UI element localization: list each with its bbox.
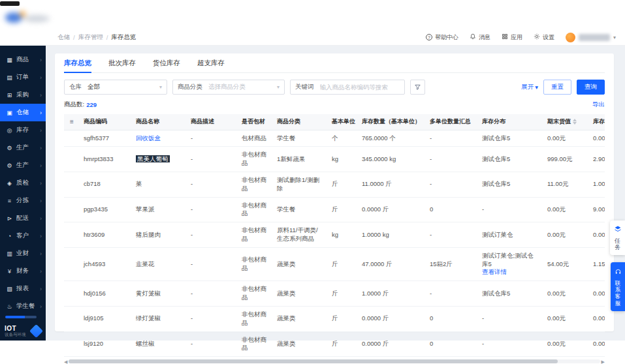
iot-branding[interactable]: IOT 设备与环境 [0,321,46,341]
sidebar-item-warehouse[interactable]: ▣仓储› [0,104,46,121]
column-header: 多单位数量汇总 [426,114,478,130]
chevron-right-icon: › [40,198,42,204]
user-name-redacted [579,34,610,41]
app-logo-redacted [3,9,55,27]
sidebar-item-inventory[interactable]: ◎库存› [0,121,46,139]
task-floating-button[interactable]: 任务 [610,220,625,255]
warehouse-icon: ▣ [6,110,13,116]
cell-ending-value: 0.00元 [543,281,589,307]
view-details-link[interactable]: 查看详情 [482,268,507,275]
production-icon: ⚙ [6,145,13,151]
row-handle [64,331,80,357]
keyword-field[interactable]: 关键词 [290,80,405,95]
scroll-left-icon[interactable]: ◀ [64,359,67,364]
sidebar-item-production[interactable]: ⚙生产› [0,139,46,157]
expand-filters-link[interactable]: 展开 ▾ [521,83,538,91]
contact-support-floating-button[interactable]: 联系客服 [611,262,625,311]
sidebar-item-finance[interactable]: ¥财务› [0,262,46,280]
cell-distribution: 测试仓库5 [478,130,543,147]
cell-multi-unit-total: 0 [426,331,478,357]
sidebar-item-delivery[interactable]: ⊳配送› [0,209,46,227]
scrollbar-thumb[interactable] [69,359,557,363]
inventory-table-wrap: ≡商品编码商品名称商品描述是否包材商品分类基本单位库存数量（基本单位）多单位数量… [64,114,605,357]
cell-product-code: jch4593 [80,247,132,281]
sidebar-item-production-2[interactable]: ⚙生产› [0,157,46,174]
messages-button[interactable]: 消息 [470,33,490,42]
reports-icon: ▧ [6,286,13,292]
apps-grid-icon [502,33,508,41]
cell-product-name: 韭菜花 [132,247,187,281]
product-count-label: 商品数: [64,100,84,109]
summary-bar: 商品数: 229 导出 [64,100,605,109]
cell-category: 蔬菜类 [273,247,328,281]
cell-is-packaging: 非包材商品 [238,172,273,197]
cell-avg-price: 1.15元 [589,247,605,281]
production-2-icon: ⚙ [6,162,13,169]
chevron-right-icon: › [40,303,42,310]
cell-avg-price: 9.00元 [589,197,605,222]
tab-1[interactable]: 库存总览 [64,53,91,72]
tab-2[interactable]: 批次库存 [108,53,136,72]
sidebar-item-reports[interactable]: ▧报表› [0,280,46,297]
sidebar-item-label: 商品 [16,55,29,64]
tab-3[interactable]: 货位库存 [153,53,180,72]
help-center-label: 帮助中心 [435,33,458,42]
sidebar-scroll-indicator[interactable] [5,316,37,318]
breadcrumb-item[interactable]: 仓储 [57,33,70,42]
chevron-down-icon: ▾ [273,84,280,90]
sidebar-item-customer[interactable]: ◔客户› [0,227,46,245]
scroll-right-icon[interactable]: ▶ [601,359,605,364]
cell-base-unit: kg [328,222,358,248]
apps-button[interactable]: 应用 [502,33,522,42]
search-button[interactable]: 查询 [577,80,605,95]
sidebar-item-goods[interactable]: ▦商品› [0,51,46,68]
keyword-input[interactable] [320,83,400,91]
user-menu[interactable]: ▾ [566,33,616,42]
row-handle [64,306,80,331]
column-header[interactable]: 期末货值 [543,114,589,130]
chevron-right-icon: › [40,57,42,63]
cell-stock-qty: 11.0000 斤 [358,172,426,197]
sidebar-item-label: 生产 [16,161,29,170]
cell-description: - [187,281,238,307]
sidebar-item-orders[interactable]: ▤订单› [0,68,46,86]
bell-icon [470,33,476,41]
cell-distribution: 测试订菜仓;测试仓库5查看详情 [478,247,543,281]
breadcrumb-item[interactable]: 库存管理 [78,33,103,42]
logo-blob [24,15,50,22]
sidebar-item-biz-finance[interactable]: ▥业财› [0,245,46,262]
cell-multi-unit-total: - [426,222,478,248]
sidebar-menu: ▦商品›▤订单›⊞采购›▣仓储›◎库存›⚙生产›⚙生产›◈质检›≡分拣›⊳配送›… [0,46,46,315]
chevron-right-icon: › [40,162,42,169]
contact-label: 联系客服 [615,280,621,307]
cell-distribution: 测试仓库5 [478,172,543,197]
cell-base-unit: 斤 [328,247,358,281]
sidebar-item-student-meal[interactable]: ♨学生餐› [0,297,46,315]
settings-button[interactable]: 设置 [534,33,554,42]
table-row: cb718菜-非包材商品测试删除1/测删除斤11.0000 斤-测试仓库511.… [64,172,605,197]
filter-funnel-button[interactable] [410,80,425,95]
sidebar-item-quality[interactable]: ◈质检› [0,174,46,192]
chevron-right-icon: › [40,286,42,292]
cell-description: - [187,222,238,248]
sidebar-item-sorting[interactable]: ≡分拣› [0,192,46,209]
column-header: 商品分类 [273,114,328,130]
sidebar-item-purchase[interactable]: ⊞采购› [0,86,46,104]
sort-icon[interactable] [573,119,577,125]
warehouse-select[interactable]: 仓库 全部 ▾ [64,80,167,95]
cell-is-packaging: 非包材商品 [238,331,273,357]
tab-4[interactable]: 超支库存 [197,53,225,72]
category-select[interactable]: 商品分类 选择商品分类 ▾ [172,80,285,95]
messages-label: 消息 [479,33,490,42]
cell-stock-qty: 765.0000 个 [358,130,426,147]
column-settings-icon[interactable]: ≡ [64,114,80,130]
cell-category: 蔬菜类 [273,331,328,357]
product-count-value: 229 [86,101,97,108]
cell-ending-value: 54.00元 [543,247,589,281]
sidebar-item-label: 财务 [16,267,29,275]
export-link[interactable]: 导出 [592,100,605,109]
help-center-button[interactable]: ? 帮助中心 [426,33,458,42]
reset-button[interactable]: 重置 [543,80,571,95]
scrollbar-track[interactable] [69,359,600,363]
cell-product-name[interactable]: 回收饭盒 [132,130,187,147]
